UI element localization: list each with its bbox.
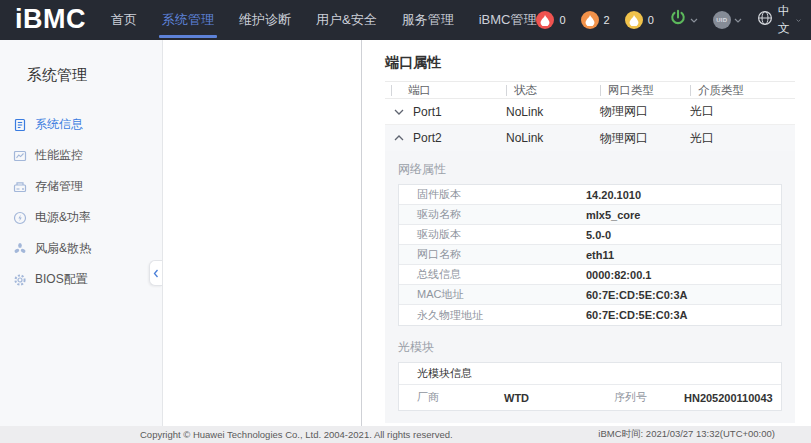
table-row: MAC地址 60:7E:CD:5E:C0:3A — [399, 285, 781, 305]
power-control-dropdown[interactable] — [669, 9, 698, 31]
nav-item-system[interactable]: 系统管理 — [162, 0, 214, 40]
power-icon — [669, 9, 687, 31]
sidebar: 系统管理 系统信息 性能监控 — [0, 40, 163, 426]
language-dropdown[interactable]: 中文 — [757, 3, 801, 37]
table-row-port1[interactable]: Port1 NoLink 物理网口 光口 — [385, 99, 795, 125]
table-row: 固件版本 14.20.1010 — [399, 185, 781, 205]
media-cell: 光口 — [690, 130, 795, 147]
nav-item-ibmc-mgmt[interactable]: iBMC管理 — [479, 0, 537, 40]
row-label: 固件版本 — [399, 187, 586, 202]
sidebar-item-fans[interactable]: 风扇&散热 — [0, 233, 162, 264]
sidebar-item-system-info[interactable]: 系统信息 — [0, 109, 162, 140]
topbar: iBMC 首页 系统管理 维护诊断 用户&安全 服务管理 iBMC管理 0 2 — [0, 0, 811, 40]
copyright-text: Copyright © Huawei Technologies Co., Ltd… — [140, 429, 453, 440]
nav-item-user-security[interactable]: 用户&安全 — [316, 0, 377, 40]
row-label: 驱动版本 — [399, 227, 586, 242]
critical-alarm-count: 0 — [559, 14, 565, 26]
sidebar-item-label: 系统信息 — [35, 116, 83, 133]
content-left-column — [163, 40, 362, 426]
sidebar-item-performance[interactable]: 性能监控 — [0, 140, 162, 171]
chart-icon — [13, 149, 27, 163]
nav-item-home[interactable]: 首页 — [111, 0, 137, 40]
table-row: 总线信息 0000:82:00.1 — [399, 265, 781, 285]
type-cell: 物理网口 — [600, 130, 690, 147]
sidebar-item-label: 电源&功率 — [35, 209, 91, 226]
uid-icon: UID — [713, 11, 731, 29]
sidebar-item-bios[interactable]: BIOS配置 — [0, 264, 162, 295]
vendor-label: 厂商 — [399, 390, 504, 405]
column-header-media: 介质类型 — [690, 83, 795, 98]
table-row: 驱动名称 mlx5_core — [399, 205, 781, 225]
row-value: 14.20.1010 — [586, 189, 781, 201]
serial-value: HN205200110043 — [684, 392, 781, 404]
row-value: mlx5_core — [586, 209, 781, 221]
row-label: 网口名称 — [399, 247, 586, 262]
storage-icon — [13, 180, 27, 194]
ibmc-logo: iBMC — [15, 4, 86, 35]
row-value: 60:7E:CD:5E:C0:3A — [586, 289, 781, 301]
sidebar-item-label: 存储管理 — [35, 178, 83, 195]
minor-alarms[interactable]: 0 — [625, 11, 654, 29]
major-alarm-count: 2 — [604, 14, 610, 26]
port2-detail-panel: 网络属性 固件版本 14.20.1010 驱动名称 mlx5_core — [385, 151, 795, 423]
sidebar-menu: 系统信息 性能监控 存储管理 — [0, 109, 162, 295]
network-props-table: 固件版本 14.20.1010 驱动名称 mlx5_core 驱动版本 5.0-… — [398, 184, 782, 326]
type-cell: 物理网口 — [600, 103, 690, 120]
port-cell: Port2 — [413, 131, 506, 145]
ibmc-app: iBMC 首页 系统管理 维护诊断 用户&安全 服务管理 iBMC管理 0 2 — [0, 0, 811, 443]
globe-icon — [757, 10, 773, 30]
collapse-chevron-up-icon[interactable] — [385, 135, 413, 141]
port-table-header: 端口 状态 网口类型 介质类型 — [385, 81, 795, 99]
column-header-port: 端口 — [385, 83, 506, 98]
minor-alarm-count: 0 — [648, 14, 654, 26]
sidebar-item-storage[interactable]: 存储管理 — [0, 171, 162, 202]
chevron-down-icon — [734, 18, 742, 23]
status-cell: NoLink — [506, 105, 600, 119]
row-label: MAC地址 — [399, 287, 586, 302]
column-header-status: 状态 — [506, 83, 600, 98]
main-nav: 首页 系统管理 维护诊断 用户&安全 服务管理 iBMC管理 — [111, 0, 536, 40]
sidebar-title: 系统管理 — [0, 40, 162, 85]
chevron-down-icon — [690, 18, 698, 23]
expand-chevron-down-icon[interactable] — [385, 109, 413, 115]
uid-dropdown[interactable]: UID — [713, 11, 742, 29]
table-row: 驱动版本 5.0-0 — [399, 225, 781, 245]
page-title: 端口属性 — [385, 54, 795, 72]
critical-alarm-icon — [536, 11, 554, 29]
nav-item-maintenance[interactable]: 维护诊断 — [239, 0, 291, 40]
row-value: 0000:82:00.1 — [586, 269, 781, 281]
critical-alarms[interactable]: 0 — [536, 11, 565, 29]
major-alarms[interactable]: 2 — [581, 11, 610, 29]
row-label: 永久物理地址 — [399, 308, 586, 323]
power-icon — [13, 211, 27, 225]
footer: Copyright © Huawei Technologies Co., Ltd… — [0, 426, 811, 443]
network-props-title: 网络属性 — [398, 161, 782, 178]
content-area: 端口属性 端口 状态 网口类型 介质类型 Port1 NoLink — [163, 40, 811, 426]
table-row: 永久物理地址 60:7E:CD:5E:C0:3A — [399, 305, 781, 325]
vendor-value: WTD — [504, 392, 596, 404]
document-icon — [13, 118, 27, 132]
nav-item-services[interactable]: 服务管理 — [402, 0, 454, 40]
column-header-type: 网口类型 — [600, 83, 690, 98]
sidebar-collapse-button[interactable] — [149, 260, 162, 286]
row-value: 60:7E:CD:5E:C0:3A — [586, 309, 781, 321]
chevron-down-icon — [796, 18, 801, 23]
port-properties-panel: 端口属性 端口 状态 网口类型 介质类型 Port1 NoLink — [362, 40, 811, 426]
row-label: 驱动名称 — [399, 207, 586, 222]
table-row-port2[interactable]: Port2 NoLink 物理网口 光口 — [385, 125, 795, 151]
sidebar-item-power[interactable]: 电源&功率 — [0, 202, 162, 233]
sidebar-item-label: 风扇&散热 — [35, 240, 91, 257]
optical-module-title: 光模块 — [398, 339, 782, 356]
table-row: 厂商 WTD 序列号 HN205200110043 — [399, 385, 781, 410]
table-row: 网口名称 eth11 — [399, 245, 781, 265]
ibmc-time: iBMC时间: 2021/03/27 13:32(UTC+00:00) — [598, 428, 775, 441]
optical-module-table: 光模块信息 厂商 WTD 序列号 HN205200110043 — [398, 362, 782, 411]
topbar-status-area: 0 2 0 UID — [536, 3, 811, 37]
page-body: 系统管理 系统信息 性能监控 — [0, 40, 811, 426]
gear-icon — [13, 273, 27, 287]
port-cell: Port1 — [413, 105, 506, 119]
row-value: eth11 — [586, 249, 781, 261]
chevron-left-icon — [153, 269, 159, 278]
sidebar-item-label: 性能监控 — [35, 147, 83, 164]
minor-alarm-icon — [625, 11, 643, 29]
